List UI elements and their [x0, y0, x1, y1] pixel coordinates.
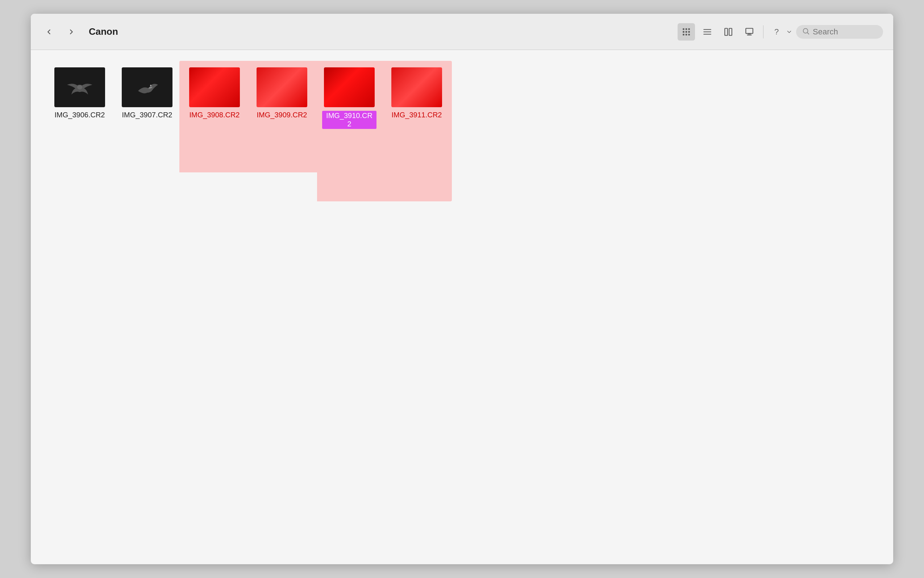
- toolbar-right: ?: [678, 23, 883, 41]
- thumb-red-selected-image: [324, 67, 375, 107]
- file-name: IMG_3908.CR2: [190, 111, 240, 119]
- file-name: IMG_3906.CR2: [55, 111, 105, 119]
- file-thumbnail: [391, 67, 442, 107]
- help-button[interactable]: ?: [769, 24, 784, 40]
- svg-rect-0: [683, 28, 684, 30]
- window-title: Canon: [89, 26, 118, 37]
- svg-point-17: [803, 28, 808, 33]
- toolbar-separator: [763, 25, 763, 38]
- file-thumbnail: [257, 67, 307, 107]
- list-item[interactable]: IMG_3908.CR2: [187, 67, 242, 129]
- svg-rect-12: [725, 28, 727, 36]
- content-area: IMG_3906.CR2 IMG_3907.CR2: [31, 50, 893, 564]
- thumb-red-light2-image: [391, 67, 442, 107]
- thumb-bird-image: [122, 67, 172, 107]
- svg-line-18: [807, 32, 809, 34]
- svg-rect-1: [686, 28, 687, 30]
- file-name: IMG_3909.CR2: [257, 111, 307, 119]
- list-item[interactable]: IMG_3910.CR2: [322, 67, 376, 129]
- back-button[interactable]: [41, 24, 57, 40]
- list-item[interactable]: IMG_3911.CR2: [390, 67, 444, 129]
- svg-rect-8: [688, 34, 690, 35]
- search-icon: [802, 27, 810, 37]
- files-grid: IMG_3906.CR2 IMG_3907.CR2: [52, 67, 872, 129]
- svg-rect-6: [683, 34, 684, 35]
- view-icon-cover-button[interactable]: [741, 23, 758, 41]
- list-item[interactable]: IMG_3909.CR2: [255, 67, 309, 129]
- file-name-selected: IMG_3910.CR2: [322, 111, 376, 129]
- svg-rect-5: [688, 31, 690, 32]
- svg-rect-3: [683, 31, 684, 32]
- file-thumbnail: [122, 67, 172, 107]
- svg-rect-2: [688, 28, 690, 30]
- file-name: IMG_3911.CR2: [392, 111, 442, 119]
- file-thumbnail: [324, 67, 375, 107]
- file-thumbnail: [189, 67, 240, 107]
- thumb-red-light-image: [257, 67, 307, 107]
- file-name: IMG_3907.CR2: [122, 111, 172, 119]
- view-icon-list-button[interactable]: [699, 23, 716, 41]
- search-box[interactable]: [796, 25, 883, 39]
- selected-group: IMG_3908.CR2 IMG_3909.CR2 IMG_3910.CR2: [187, 67, 444, 129]
- svg-point-20: [77, 85, 82, 89]
- list-item[interactable]: IMG_3907.CR2: [120, 67, 174, 119]
- svg-rect-13: [729, 28, 732, 36]
- selection-cutout: [179, 172, 317, 201]
- thumb-bat-image: [54, 67, 105, 107]
- forward-button[interactable]: [63, 24, 79, 40]
- thumb-red-image: [189, 67, 240, 107]
- svg-rect-4: [686, 31, 687, 32]
- dropdown-arrow[interactable]: [786, 29, 792, 35]
- help-icon: ?: [774, 27, 779, 37]
- view-icon-columns-button[interactable]: [720, 23, 737, 41]
- svg-rect-14: [746, 28, 753, 33]
- finder-window: Canon: [31, 14, 893, 564]
- view-icon-grid-button[interactable]: [678, 23, 695, 41]
- search-input[interactable]: [813, 27, 877, 37]
- list-item[interactable]: IMG_3906.CR2: [52, 67, 107, 119]
- svg-rect-7: [686, 34, 687, 35]
- toolbar: Canon: [31, 14, 893, 50]
- svg-point-21: [150, 85, 151, 86]
- file-thumbnail: [54, 67, 105, 107]
